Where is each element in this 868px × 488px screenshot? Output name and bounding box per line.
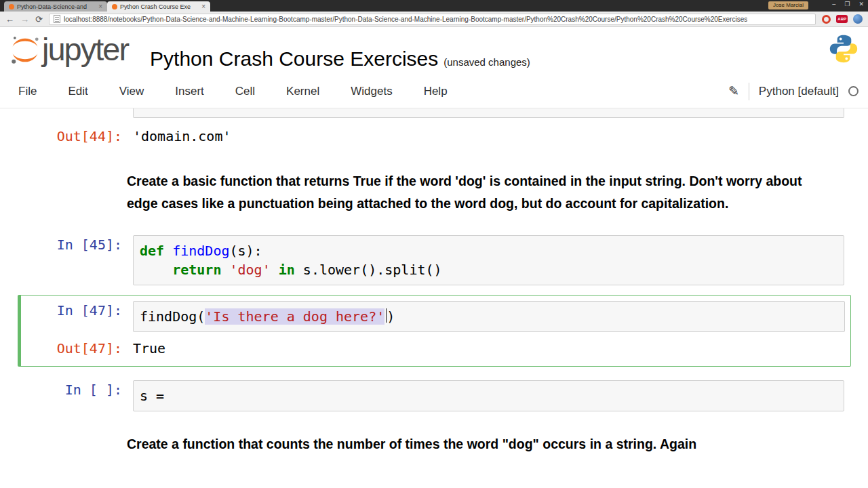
menu-edit[interactable]: Edit xyxy=(52,85,103,98)
browser-tab-active[interactable]: Python Crash Course Exe × xyxy=(107,1,210,12)
menu-insert[interactable]: Insert xyxy=(159,85,220,98)
jupyter-favicon xyxy=(112,4,117,9)
refresh-button[interactable]: ⟳ xyxy=(35,15,43,24)
out-prompt-44: Out[44]: xyxy=(0,127,126,146)
red-ring-extension-icon[interactable] xyxy=(822,15,831,24)
notebook-title[interactable]: Python Crash Course Exercises xyxy=(150,47,438,70)
code-cell-blank: In [ ]: s = xyxy=(0,380,868,411)
code-line: return 'dog' in s.lower().split() xyxy=(140,260,837,279)
browser-toolbar: ← → ⟳ localhost:8888/notebooks/Python-Da… xyxy=(0,12,868,27)
jupyter-logo[interactable]: jupyter xyxy=(9,33,128,66)
edit-mode-pencil-icon: ✎ xyxy=(728,83,739,99)
menu-file[interactable]: File xyxy=(9,85,52,98)
out-prompt-47: Out[47]: xyxy=(21,339,126,358)
url-text: localhost:8888/notebooks/Python-Data-Sci… xyxy=(64,16,747,23)
browser-titlebar: Python-Data-Science-and × Python Crash C… xyxy=(0,0,868,12)
in-prompt-47: In [47]: xyxy=(21,301,126,320)
minimize-button[interactable]: – xyxy=(832,1,835,7)
code-input-45[interactable]: def findDog(s): return 'dog' in s.lower(… xyxy=(133,235,844,285)
code-cell-45: In [45]: def findDog(s): return 'dog' in… xyxy=(0,235,868,285)
maximize-button[interactable]: ❐ xyxy=(844,1,850,7)
code-input-47[interactable]: findDog('Is there a dog here?') xyxy=(133,301,845,332)
menu-cell[interactable]: Cell xyxy=(220,85,271,98)
jupyter-wordmark: jupyter xyxy=(42,33,128,66)
notebook-header: jupyter Python Crash Course Exercises (u… xyxy=(0,27,868,75)
tab-label: Python-Data-Science-and xyxy=(17,3,96,10)
markdown-cell-count-exercise[interactable]: Create a function that counts the number… xyxy=(127,433,808,455)
out-value-44: 'domain.com' xyxy=(133,127,231,146)
menubar-divider xyxy=(749,83,749,100)
markdown-cell-dog-exercise[interactable]: Create a basic function that returns Tru… xyxy=(127,170,808,215)
close-button[interactable]: ✕ xyxy=(859,1,864,7)
browser-tab-other[interactable]: Python-Data-Science-and × xyxy=(4,1,107,12)
in-prompt-blank: In [ ]: xyxy=(0,380,126,399)
menu-view[interactable]: View xyxy=(104,85,160,98)
page-icon xyxy=(54,15,60,23)
partial-input-cell[interactable] xyxy=(133,108,844,118)
menu-widgets[interactable]: Widgets xyxy=(335,85,408,98)
notebook-menubar: File Edit View Insert Cell Kernel Widget… xyxy=(0,75,868,108)
output-row-44: Out[44]: 'domain.com' xyxy=(0,127,868,146)
back-button[interactable]: ← xyxy=(5,15,14,24)
code-input-blank[interactable]: s = xyxy=(133,380,844,411)
url-bar[interactable]: localhost:8888/notebooks/Python-Data-Sci… xyxy=(49,14,816,25)
tab-close-icon[interactable]: × xyxy=(201,3,205,10)
python-logo-icon xyxy=(829,34,859,66)
out-value-47: True xyxy=(133,339,165,358)
forward-button[interactable]: → xyxy=(20,15,29,24)
menu-help[interactable]: Help xyxy=(408,85,463,98)
in-prompt-45: In [45]: xyxy=(0,235,126,254)
tab-close-icon[interactable]: × xyxy=(98,3,102,10)
blue-extension-icon[interactable] xyxy=(853,14,863,24)
output-row-47: Out[47]: True xyxy=(21,339,850,358)
menu-kernel[interactable]: Kernel xyxy=(271,85,335,98)
adblock-extension-icon[interactable]: ABP xyxy=(836,15,848,23)
code-line: def findDog(s): xyxy=(140,241,837,260)
autosave-status: (unsaved changes) xyxy=(443,56,530,68)
kernel-idle-icon xyxy=(848,86,859,96)
window-controls: – ❐ ✕ xyxy=(832,1,864,7)
selected-cell-47[interactable]: In [47]: findDog('Is there a dog here?')… xyxy=(18,295,851,367)
extension-icons: ABP xyxy=(822,14,863,24)
tab-label: Python Crash Course Exe xyxy=(120,3,199,10)
jupyter-favicon xyxy=(9,4,14,9)
jupyter-planet-icon xyxy=(9,35,41,66)
code-line: s = xyxy=(140,386,837,405)
notebook-cells: Out[44]: 'domain.com' Create a basic fun… xyxy=(0,108,868,455)
kernel-name: Python [default] xyxy=(759,85,839,98)
code-line: findDog('Is there a dog here?') xyxy=(140,307,838,326)
browser-profile-chip[interactable]: Jose Marcial xyxy=(768,1,808,9)
code-row-47: In [47]: findDog('Is there a dog here?') xyxy=(21,301,850,332)
